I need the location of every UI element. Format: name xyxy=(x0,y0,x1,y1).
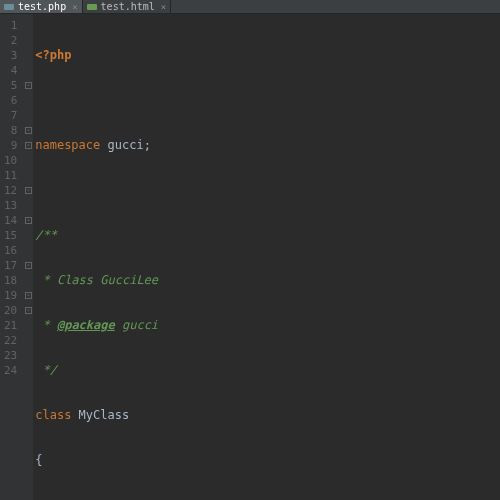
close-icon[interactable]: × xyxy=(72,2,77,12)
fold-toggle[interactable]: - xyxy=(25,217,32,224)
svg-rect-1 xyxy=(87,4,97,10)
html-file-icon xyxy=(87,2,97,12)
tab-test-php[interactable]: test.php × xyxy=(0,0,83,13)
gutter: 123456789101112131415161718192021222324 xyxy=(0,14,23,500)
tab-label: test.php xyxy=(18,1,66,12)
fold-toggle[interactable]: - xyxy=(25,307,32,314)
php-open-tag: <?php xyxy=(35,48,71,62)
fold-toggle[interactable]: - xyxy=(25,262,32,269)
svg-rect-0 xyxy=(4,4,14,10)
fold-toggle[interactable]: - xyxy=(25,127,32,134)
php-file-icon xyxy=(4,2,14,12)
editor[interactable]: 123456789101112131415161718192021222324 … xyxy=(0,14,500,500)
close-icon[interactable]: × xyxy=(161,2,166,12)
tab-label: test.html xyxy=(101,1,155,12)
fold-toggle[interactable]: - xyxy=(25,82,32,89)
fold-column[interactable]: - - - - - - - - xyxy=(23,14,33,500)
tab-test-html[interactable]: test.html × xyxy=(83,0,172,13)
fold-toggle[interactable]: - xyxy=(25,187,32,194)
fold-toggle[interactable]: - xyxy=(25,292,32,299)
code-area[interactable]: <?php namespace gucci; /** * Class Gucci… xyxy=(33,14,500,500)
fold-toggle[interactable]: - xyxy=(25,142,32,149)
tab-bar: test.php × test.html × xyxy=(0,0,500,14)
